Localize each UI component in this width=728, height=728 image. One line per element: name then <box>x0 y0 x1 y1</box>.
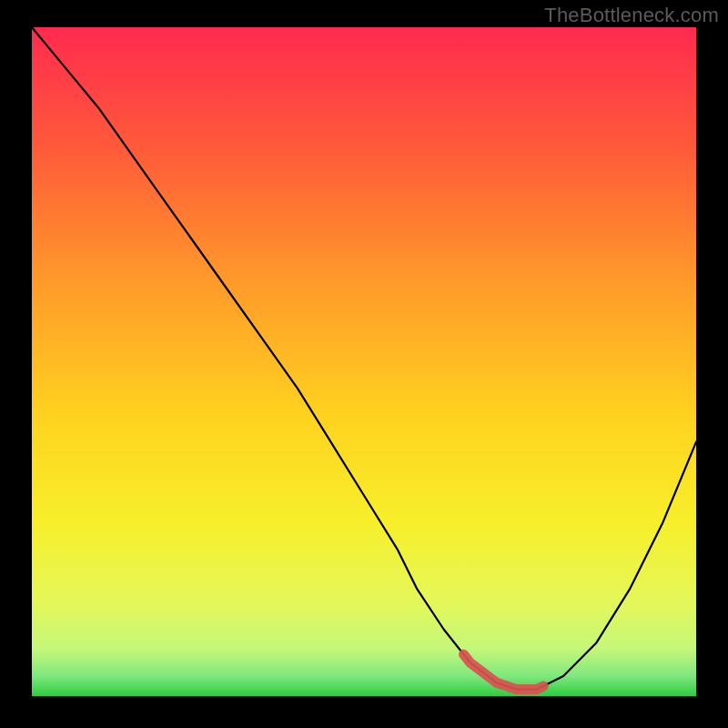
chart-frame: TheBottleneck.com <box>0 0 728 728</box>
svg-rect-0 <box>32 27 696 696</box>
bottleneck-chart <box>0 0 728 728</box>
watermark-text: TheBottleneck.com <box>544 4 719 27</box>
